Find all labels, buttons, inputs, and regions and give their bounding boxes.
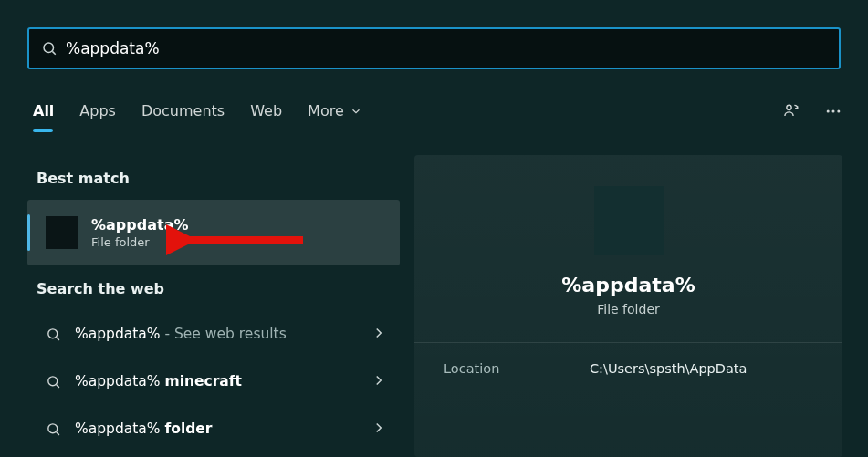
preview-thumb — [594, 186, 664, 255]
tab-web-label: Web — [250, 102, 282, 119]
search-icon — [40, 39, 58, 57]
search-bar[interactable] — [27, 27, 841, 69]
tab-documents-label: Documents — [141, 102, 225, 119]
results-panel: Best match %appdata% File folder Search … — [27, 155, 400, 452]
tab-documents[interactable]: Documents — [141, 102, 225, 132]
search-input[interactable] — [66, 39, 828, 57]
svg-line-9 — [56, 384, 58, 387]
chevron-right-icon — [371, 325, 389, 343]
svg-point-10 — [47, 423, 57, 432]
tab-all[interactable]: All — [33, 102, 54, 132]
tab-web[interactable]: Web — [250, 102, 282, 132]
tab-more-label: More — [308, 102, 344, 119]
best-match-text: %appdata% File folder — [91, 216, 188, 249]
svg-line-11 — [56, 431, 58, 434]
search-icon — [44, 372, 62, 390]
location-row: Location C:\Users\spsth\AppData — [414, 343, 842, 394]
web-result[interactable]: %appdata% - See web results — [27, 310, 400, 358]
chevron-right-icon — [371, 420, 389, 438]
svg-point-0 — [44, 43, 54, 53]
svg-point-5 — [837, 110, 840, 113]
more-options-icon[interactable] — [824, 102, 842, 120]
location-value: C:\Users\spsth\AppData — [590, 361, 747, 376]
chevron-right-icon — [371, 372, 389, 390]
svg-point-3 — [827, 110, 830, 113]
top-action-icons — [782, 102, 842, 120]
web-result-text: %appdata% folder — [75, 421, 371, 437]
svg-point-6 — [47, 328, 57, 338]
best-match-subtitle: File folder — [91, 235, 188, 249]
filter-tabs: All Apps Documents Web More — [33, 102, 362, 132]
svg-point-2 — [787, 105, 791, 109]
account-sync-icon[interactable] — [782, 102, 800, 120]
tab-more[interactable]: More — [308, 102, 362, 132]
tab-apps[interactable]: Apps — [79, 102, 116, 132]
web-result[interactable]: %appdata% minecraft — [27, 358, 400, 405]
best-match-heading: Best match — [37, 170, 400, 187]
svg-line-1 — [52, 51, 55, 54]
chevron-down-icon — [350, 105, 362, 118]
svg-line-7 — [56, 337, 58, 339]
tab-all-label: All — [33, 102, 54, 119]
web-result-text: %appdata% minecraft — [75, 373, 371, 389]
location-label: Location — [444, 361, 590, 376]
preview-subtitle: File folder — [414, 302, 842, 317]
svg-point-4 — [832, 110, 835, 113]
preview-title: %appdata% — [414, 274, 842, 296]
best-match-result[interactable]: %appdata% File folder — [27, 200, 400, 265]
best-match-title: %appdata% — [91, 216, 188, 234]
tab-apps-label: Apps — [79, 102, 116, 119]
search-web-heading: Search the web — [37, 280, 400, 297]
preview-panel: %appdata% File folder Location C:\Users\… — [414, 155, 842, 457]
web-result[interactable]: %appdata% folder — [27, 405, 400, 452]
search-icon — [44, 325, 62, 343]
web-result-text: %appdata% - See web results — [75, 326, 371, 342]
search-icon — [44, 420, 62, 438]
svg-point-8 — [47, 376, 57, 385]
folder-thumb — [46, 216, 78, 249]
